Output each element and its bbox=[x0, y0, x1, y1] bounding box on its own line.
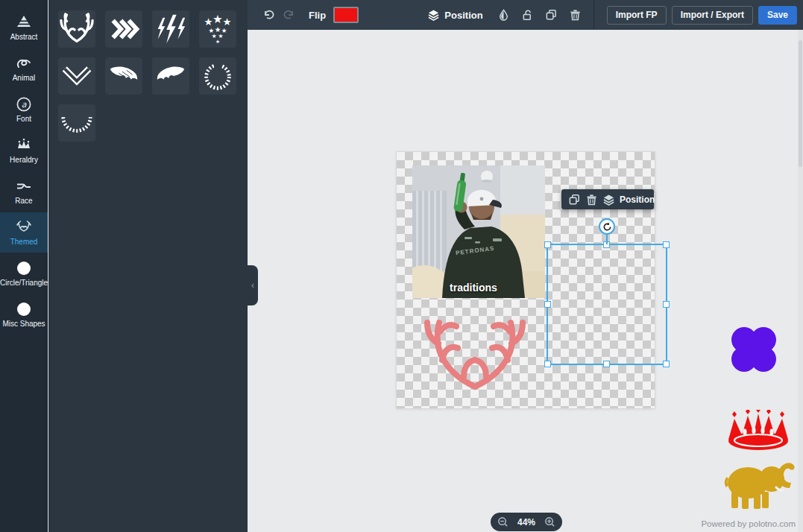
chevron-left-icon: ‹ bbox=[251, 280, 254, 291]
opacity-button[interactable] bbox=[494, 4, 514, 25]
delete-button[interactable] bbox=[565, 4, 586, 25]
position-button[interactable]: Position bbox=[427, 8, 482, 22]
selection-handle-bottom-center[interactable] bbox=[603, 361, 610, 367]
sidebar-item-label: Animal bbox=[0, 74, 48, 82]
powered-by-link[interactable]: Powered by polotno.com bbox=[701, 519, 796, 528]
selection-handle-bottom-right[interactable] bbox=[663, 361, 670, 367]
selection-handle-mid-right[interactable] bbox=[663, 301, 670, 308]
rotation-handle[interactable] bbox=[599, 218, 615, 235]
duplicate-icon bbox=[568, 193, 581, 206]
fill-color-swatch[interactable] bbox=[333, 7, 359, 23]
duplicate-button[interactable] bbox=[541, 4, 562, 25]
sidebar-item-circle-triangle[interactable]: Circle/Triangle bbox=[0, 253, 48, 294]
vertical-scrollbar[interactable] bbox=[798, 30, 803, 532]
heraldry-icon bbox=[0, 136, 48, 154]
selection-handle-top-right[interactable] bbox=[663, 241, 670, 248]
sidebar-item-label: Race bbox=[0, 197, 48, 205]
droplet-icon bbox=[497, 8, 510, 22]
shape-tile-triple-chevron-right[interactable] bbox=[105, 10, 142, 48]
trash-icon bbox=[569, 8, 582, 22]
polotno-editor-app: Abstract Animal a Font Heraldry Race bbox=[0, 0, 803, 532]
sidebar-item-label: Font bbox=[0, 115, 48, 123]
zoom-level: 44% bbox=[517, 517, 535, 528]
zoom-control: 44% bbox=[491, 513, 562, 531]
photo-caption: traditions bbox=[412, 282, 535, 294]
circle-icon bbox=[0, 300, 48, 318]
selection-handle-bottom-left[interactable] bbox=[544, 361, 551, 367]
undo-button[interactable] bbox=[258, 4, 279, 25]
duplicate-button[interactable] bbox=[568, 193, 581, 206]
sidebar-item-label: Heraldry bbox=[0, 156, 48, 164]
trash-icon bbox=[585, 193, 598, 206]
position-label: Position bbox=[444, 10, 482, 21]
shape-tile-antlers[interactable] bbox=[58, 10, 95, 48]
zoom-out-button[interactable] bbox=[497, 516, 508, 528]
canvas-workspace[interactable]: PETRONAS traditions bbox=[248, 30, 803, 532]
sidebar-item-label: Themed bbox=[0, 238, 48, 246]
canvas-shape-antlers[interactable] bbox=[421, 315, 529, 394]
sidebar-item-label: Abstract bbox=[0, 33, 48, 41]
import-export-button[interactable]: Import / Export bbox=[672, 6, 753, 25]
canvas-shape-flower[interactable] bbox=[729, 325, 778, 377]
canvas-shape-elephant[interactable] bbox=[719, 460, 797, 513]
shape-tile-lightning-bolts[interactable] bbox=[152, 10, 189, 48]
shapes-panel: ★★★★★★★★★ bbox=[48, 0, 248, 532]
floating-toolbar: Position bbox=[561, 189, 654, 209]
sidebar-item-race[interactable]: Race bbox=[0, 171, 48, 212]
sidebar-item-label: Misc Shapes bbox=[0, 320, 48, 328]
sidebar-item-animal[interactable]: Animal bbox=[0, 48, 48, 89]
abstract-icon bbox=[0, 13, 48, 31]
sidebar-item-misc-shapes[interactable]: Misc Shapes bbox=[0, 294, 48, 335]
selection-handle-top-left[interactable] bbox=[544, 241, 551, 248]
import-fp-button[interactable]: Import FP bbox=[607, 6, 667, 25]
redo-button[interactable] bbox=[279, 4, 300, 25]
shape-tile-laurel-wreath-semi[interactable] bbox=[58, 104, 95, 142]
toolbar-separator bbox=[593, 0, 594, 30]
svg-text:★: ★ bbox=[215, 39, 220, 45]
unlock-icon bbox=[521, 8, 534, 22]
photo-illustration bbox=[412, 165, 545, 298]
panel-collapse-tab[interactable]: ‹ bbox=[248, 265, 258, 305]
sidebar-item-font[interactable]: a Font bbox=[0, 89, 48, 130]
category-sidebar: Abstract Animal a Font Heraldry Race bbox=[0, 0, 48, 532]
delete-button[interactable] bbox=[585, 193, 598, 206]
antlers-icon bbox=[0, 218, 48, 236]
shape-tiles: ★★★★★★★★★ bbox=[58, 10, 237, 142]
unlock-button[interactable] bbox=[517, 4, 538, 25]
svg-text:a: a bbox=[22, 100, 27, 110]
race-icon bbox=[0, 177, 48, 195]
save-button[interactable]: Save bbox=[758, 6, 797, 25]
canvas-shape-crown[interactable] bbox=[719, 410, 797, 455]
sidebar-item-heraldry[interactable]: Heraldry bbox=[0, 130, 48, 171]
font-icon: a bbox=[0, 95, 48, 113]
shape-tile-wing-right[interactable] bbox=[152, 57, 189, 95]
sidebar-item-label: Circle/Triangle bbox=[0, 279, 48, 287]
sidebar-item-themed[interactable]: Themed bbox=[0, 212, 48, 253]
layers-icon bbox=[427, 8, 440, 22]
scrollbar-thumb[interactable] bbox=[799, 40, 802, 167]
circle-icon bbox=[0, 259, 48, 277]
rotate-icon bbox=[602, 222, 612, 232]
duplicate-icon bbox=[545, 8, 558, 22]
photo-traditions-meme[interactable]: PETRONAS traditions bbox=[412, 165, 545, 298]
selection-handle-mid-left[interactable] bbox=[544, 301, 551, 308]
flip-button[interactable]: Flip bbox=[309, 10, 326, 21]
svg-text:★: ★ bbox=[215, 25, 221, 34]
shape-tile-stars-cluster[interactable]: ★★★★★★★★★ bbox=[199, 10, 236, 48]
zoom-in-button[interactable] bbox=[544, 516, 555, 528]
shape-tile-laurel-wreath-circle[interactable] bbox=[199, 57, 236, 95]
sidebar-item-abstract[interactable]: Abstract bbox=[0, 7, 48, 48]
layers-icon[interactable] bbox=[602, 193, 615, 206]
animal-icon bbox=[0, 54, 48, 72]
top-toolbar: Flip Position Import FP Import / Export … bbox=[248, 0, 803, 30]
svg-text:★: ★ bbox=[212, 13, 223, 26]
position-button[interactable]: Position bbox=[620, 194, 655, 205]
shape-tile-wing-left[interactable] bbox=[105, 57, 142, 95]
shape-tile-chevron-down-outline[interactable] bbox=[58, 57, 95, 95]
